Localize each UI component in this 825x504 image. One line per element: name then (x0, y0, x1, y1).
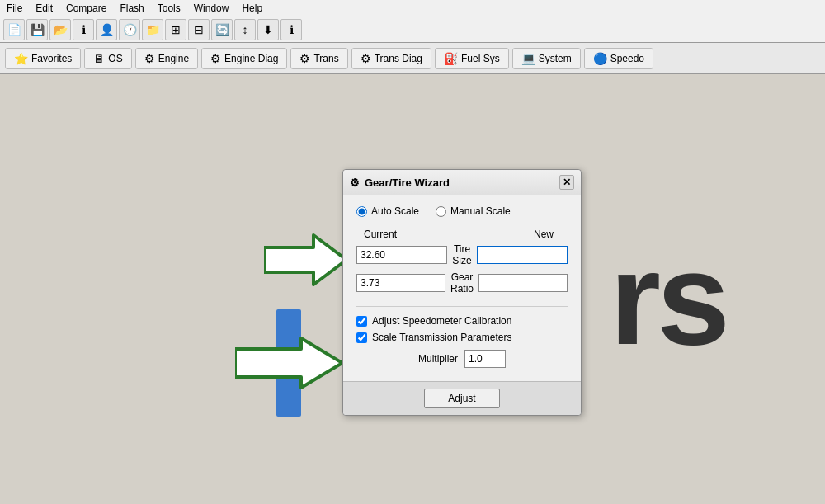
menu-tools[interactable]: Tools (154, 2, 184, 14)
gear-ratio-row: Gear Ratio (356, 271, 568, 294)
adjust-speedo-label: Adjust Speedometer Calibration (372, 315, 512, 327)
multiplier-label: Multiplier (418, 353, 458, 365)
toolbar-refresh[interactable]: 🔄 (211, 19, 233, 40)
tab-engine-diag[interactable]: ⚙ Engine Diag (201, 48, 287, 69)
tab-system[interactable]: 💻 System (512, 48, 581, 69)
menu-help[interactable]: Help (238, 2, 266, 14)
background-text: rs (610, 223, 726, 374)
os-icon: 🖥 (93, 52, 105, 65)
favorites-icon: ⭐ (14, 52, 28, 65)
arrow-plus-icon (235, 309, 342, 419)
toolbar-help[interactable]: ℹ (280, 19, 302, 40)
tab-speedo-label: Speedo (610, 53, 644, 64)
tab-speedo[interactable]: 🔵 Speedo (584, 48, 653, 69)
dialog-close-button[interactable]: ✕ (559, 175, 574, 190)
tab-system-label: System (539, 53, 572, 64)
gear-tire-wizard-dialog: ⚙ Gear/Tire Wizard ✕ Auto Scale Manual S… (342, 169, 582, 416)
manual-scale-label: Manual Scale (450, 205, 511, 217)
multiplier-input[interactable] (464, 350, 506, 368)
tire-size-current-input[interactable] (356, 246, 447, 264)
engine-icon: ⚙ (144, 52, 155, 65)
menu-file[interactable]: File (3, 2, 26, 14)
speedo-icon: 🔵 (593, 52, 607, 65)
auto-scale-radio[interactable] (356, 206, 367, 217)
trans-diag-icon: ⚙ (361, 52, 371, 65)
gear-ratio-label: Gear Ratio (450, 271, 474, 294)
toolbar-table[interactable]: ⊟ (188, 19, 210, 40)
tire-size-label: Tire Size (452, 243, 471, 266)
tab-engine-diag-label: Engine Diag (224, 53, 278, 64)
toolbar-download[interactable]: ⬇ (257, 19, 279, 40)
manual-scale-option[interactable]: Manual Scale (436, 205, 511, 217)
params-table: Current New Tire Size Gear Ratio (356, 228, 568, 294)
menu-compare[interactable]: Compare (63, 2, 110, 14)
tab-fuel-sys-label: Fuel Sys (461, 53, 500, 64)
toolbar-save[interactable]: 💾 (26, 19, 48, 40)
tab-os-label: OS (108, 53, 122, 64)
params-header: Current New (356, 228, 568, 240)
svg-marker-0 (264, 235, 346, 285)
trans-icon: ⚙ (299, 52, 310, 65)
dialog-titlebar: ⚙ Gear/Tire Wizard ✕ (343, 170, 581, 195)
gear-ratio-current-input[interactable] (356, 274, 446, 292)
toolbar-arrow[interactable]: ↕ (234, 19, 256, 40)
engine-diag-icon: ⚙ (210, 52, 221, 65)
scale-mode-radios: Auto Scale Manual Scale (356, 205, 568, 217)
toolbar-folder[interactable]: 📁 (142, 19, 163, 40)
tab-os[interactable]: 🖥 OS (84, 48, 131, 69)
system-icon: 💻 (521, 52, 535, 65)
dialog-title: ⚙ Gear/Tire Wizard (350, 177, 450, 189)
menu-edit[interactable]: Edit (32, 2, 56, 14)
adjust-button[interactable]: Adjust (424, 389, 499, 408)
toolbar-new[interactable]: 📄 (3, 19, 25, 40)
scale-trans-row: Scale Transmission Parameters (356, 332, 568, 343)
scale-trans-label: Scale Transmission Parameters (372, 332, 512, 343)
auto-scale-option[interactable]: Auto Scale (356, 205, 419, 217)
tab-trans-diag-label: Trans Diag (375, 53, 422, 64)
tab-fuel-sys[interactable]: ⛽ Fuel Sys (435, 48, 509, 69)
toolbar-info[interactable]: ℹ (73, 19, 94, 40)
dialog-footer: Adjust (343, 381, 581, 415)
tab-trans-diag[interactable]: ⚙ Trans Diag (351, 48, 431, 69)
dialog-body: Auto Scale Manual Scale Current New Tire (343, 195, 581, 381)
tab-favorites[interactable]: ⭐ Favorites (5, 48, 81, 69)
scale-trans-checkbox[interactable] (356, 332, 367, 343)
new-col-header: New (520, 228, 568, 240)
toolbar-user[interactable]: 👤 (96, 19, 117, 40)
arrow-right-icon (264, 231, 346, 291)
toolbar: 📄 💾 📂 ℹ 👤 🕐 📁 ⊞ ⊟ 🔄 ↕ ⬇ ℹ (0, 16, 825, 43)
toolbar-open[interactable]: 📂 (50, 19, 71, 40)
menu-flash[interactable]: Flash (116, 2, 147, 14)
navtabs: ⭐ Favorites 🖥 OS ⚙ Engine ⚙ Engine Diag … (0, 43, 825, 74)
dialog-separator (356, 306, 568, 307)
fuel-sys-icon: ⛽ (444, 52, 458, 65)
multiplier-row: Multiplier (356, 350, 568, 368)
dialog-title-text: Gear/Tire Wizard (365, 177, 450, 189)
tire-size-row: Tire Size (356, 243, 568, 266)
tab-favorites-label: Favorites (31, 53, 72, 64)
toolbar-grid[interactable]: ⊞ (165, 19, 186, 40)
auto-scale-label: Auto Scale (371, 205, 419, 217)
menu-window[interactable]: Window (191, 2, 233, 14)
tab-engine[interactable]: ⚙ Engine (135, 48, 198, 69)
current-col-header: Current (356, 228, 404, 240)
gear-wizard-icon: ⚙ (350, 177, 360, 189)
adjust-speedo-row: Adjust Speedometer Calibration (356, 315, 568, 327)
menubar: File Edit Compare Flash Tools Window Hel… (0, 0, 825, 16)
gear-ratio-new-input[interactable] (478, 274, 568, 292)
tire-size-new-input[interactable] (477, 246, 568, 264)
tab-engine-label: Engine (158, 53, 189, 64)
tab-trans-label: Trans (314, 53, 338, 64)
manual-scale-radio[interactable] (436, 206, 446, 217)
tab-trans[interactable]: ⚙ Trans (290, 48, 347, 69)
toolbar-clock[interactable]: 🕐 (119, 19, 140, 40)
main-content: rs ⚙ Gear/Tire Wizard ✕ (0, 74, 825, 504)
adjust-speedo-checkbox[interactable] (356, 316, 367, 327)
